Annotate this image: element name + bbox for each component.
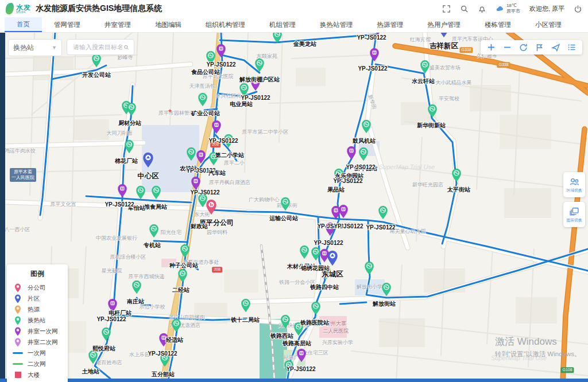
map-poi-label: 原平市第二中学小区: [242, 128, 289, 136]
search-category-select[interactable]: 换热站 ▼: [8, 39, 62, 56]
select-icon[interactable]: [551, 43, 560, 52]
station-pin[interactable]: [127, 102, 136, 119]
well-pin[interactable]: [212, 120, 221, 137]
station-pin[interactable]: [452, 168, 461, 185]
map-pin-label: 经适站: [166, 336, 183, 344]
map-pin-label: 太平街站: [447, 186, 470, 194]
logout-icon[interactable]: [574, 5, 582, 13]
measure-icon[interactable]: [535, 43, 544, 52]
station-pin[interactable]: [311, 247, 320, 263]
station-pin[interactable]: [241, 298, 250, 315]
station-pin[interactable]: [273, 33, 282, 46]
legend-pin-icon: [13, 283, 23, 293]
station-pin[interactable]: [359, 147, 368, 163]
legend-label: 分公司: [28, 284, 46, 292]
station-pin[interactable]: [132, 280, 141, 297]
legend-pin-icon: [13, 294, 23, 303]
station-pin[interactable]: [172, 318, 181, 335]
station-pin[interactable]: [149, 224, 158, 240]
station-pin[interactable]: [125, 139, 134, 156]
station-pin[interactable]: [198, 92, 207, 109]
station-pin[interactable]: [300, 245, 309, 262]
station-pin[interactable]: [311, 301, 320, 318]
station-pin[interactable]: [136, 185, 145, 202]
station-pin[interactable]: [180, 244, 189, 260]
station-pin[interactable]: [365, 261, 374, 278]
station-pin[interactable]: [362, 119, 371, 136]
tab-热用户管理[interactable]: 热用户管理: [416, 17, 473, 32]
district-pin[interactable]: [439, 33, 449, 40]
tab-首页[interactable]: 首页: [5, 17, 42, 32]
station-pin[interactable]: [198, 193, 207, 210]
station-pin[interactable]: [378, 205, 388, 222]
map-poi-label: 新华街: [366, 93, 378, 111]
station-pin[interactable]: [281, 314, 290, 331]
search-icon[interactable]: [460, 5, 469, 13]
tab-换热站管理[interactable]: 换热站管理: [308, 17, 365, 32]
fullscreen-icon[interactable]: [442, 5, 451, 13]
reset-icon[interactable]: [519, 43, 528, 52]
map-poi-label: 原平市西城快递: [129, 273, 165, 280]
map-poi-label: 大小武精品水果: [436, 79, 472, 87]
legend-item: 井室一次网: [13, 326, 62, 337]
branch-pin[interactable]: [206, 199, 216, 217]
well-pin[interactable]: [297, 348, 306, 365]
search-icon[interactable]: [123, 44, 129, 51]
well-pin[interactable]: [370, 48, 379, 64]
map-pin-label: 种子公司站: [169, 262, 198, 270]
map-watermark: SuperMap Trial Use: [379, 163, 435, 170]
well-pin[interactable]: [118, 184, 127, 200]
station-pin[interactable]: [178, 268, 187, 285]
station-pin[interactable]: [152, 185, 161, 202]
map-pin-label: YP-JS0122: [208, 138, 238, 144]
station-pin[interactable]: [187, 147, 196, 163]
well-pin[interactable]: [347, 146, 356, 162]
station-pin[interactable]: [281, 197, 290, 213]
side-tool-area[interactable]: 区域切换: [563, 172, 585, 197]
well-pin[interactable]: [196, 150, 206, 166]
list-icon[interactable]: [567, 43, 576, 52]
tab-井室管理[interactable]: 井室管理: [92, 17, 143, 32]
tab-管网管理[interactable]: 管网管理: [42, 17, 92, 32]
nav-tabs: 首页管网管理井室管理地图编辑组织机构管理机组管理换热站管理热源管理热用户管理楼栋…: [0, 17, 588, 33]
map-searchbar: 换热站 ▼: [8, 39, 134, 56]
tab-机组管理[interactable]: 机组管理: [257, 17, 308, 32]
layers-icon: [569, 206, 579, 216]
map-legend: 图例 分公司片区热源换热站井室一次网井室二次网一次网二次网大楼: [7, 264, 68, 382]
station-pin[interactable]: [102, 327, 111, 344]
zoom-out-icon[interactable]: [503, 43, 512, 52]
map-pin-label: YP-JS0122: [358, 65, 387, 72]
district-pin[interactable]: [143, 152, 153, 170]
legend-label: 二次网: [28, 360, 46, 368]
well-pin[interactable]: [216, 44, 226, 60]
tab-楼栋管理[interactable]: 楼栋管理: [473, 17, 523, 32]
map-poi-label: 水上乐园: [129, 351, 150, 358]
station-pin[interactable]: [382, 282, 391, 299]
tab-地图编辑[interactable]: 地图编辑: [143, 17, 194, 32]
tab-小区管理[interactable]: 小区管理: [523, 17, 574, 32]
map-pin-label: 电业局站: [230, 100, 253, 108]
well-pin[interactable]: [339, 204, 348, 221]
search-input[interactable]: [72, 43, 123, 51]
station-pin[interactable]: [255, 58, 264, 75]
page-title: 水发能源盾安供热GIS地理信息系统: [36, 3, 162, 14]
tab-热源管理[interactable]: 热源管理: [365, 17, 416, 32]
station-pin[interactable]: [420, 60, 430, 76]
map-pin-label: 电杆厂站: [109, 309, 131, 317]
road-badge: G338: [459, 47, 473, 53]
map-poi-label: 盛美农贸市场: [430, 64, 461, 72]
map-pin-label: 财政站: [191, 223, 208, 231]
weather-icon: [496, 5, 504, 13]
map-pin-label: 第二小学站: [215, 151, 244, 159]
side-tool-layers[interactable]: 图层切换: [563, 202, 585, 227]
station-pin[interactable]: [428, 104, 437, 120]
map-canvas[interactable]: 原平实验中学妙峰寺东颐家苑原平北大医院天津蛋汤包永兴社区光原平市园林管理处红海宾…: [0, 33, 588, 382]
left-collapsed-panel[interactable]: [0, 33, 5, 382]
zoom-in-icon[interactable]: [487, 43, 496, 52]
map-pin-label: 铁路西站: [270, 332, 293, 340]
app-logo: 水发 SHUIFA: [6, 3, 31, 14]
search-category-value: 换热站: [13, 43, 34, 53]
tab-组织机构管理[interactable]: 组织机构管理: [194, 17, 257, 32]
map-pin-label: 水云轩站: [412, 77, 435, 85]
bell-icon[interactable]: [478, 5, 486, 13]
